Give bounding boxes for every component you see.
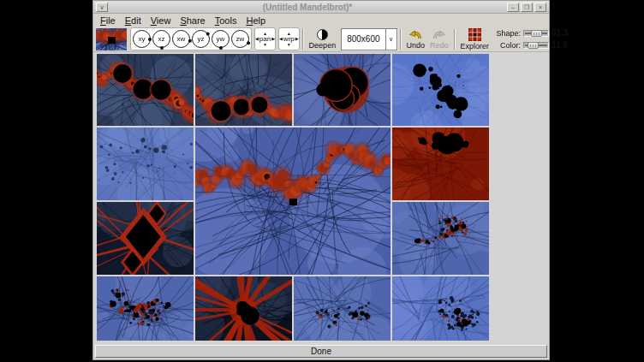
warp-down-icon: ▼ [287, 43, 291, 47]
explorer-grid-icon [468, 28, 481, 41]
deepen-icon [317, 29, 328, 40]
explorer-grid [93, 52, 549, 341]
window-title: (Untitled Mandelbrot)* [109, 3, 506, 12]
fractal-variant-thumbnail[interactable] [294, 276, 391, 341]
pan-button[interactable]: ▲ ◀pan▶ ▼ [254, 27, 276, 50]
titlebar[interactable]: ∨ (Untitled Mandelbrot)* – ❐ × [93, 1, 549, 14]
undo-button[interactable]: Undo [404, 27, 428, 51]
rotate-xz-knob[interactable]: xz [152, 30, 170, 48]
done-bar: Done [93, 341, 549, 359]
toolbar-separator [302, 29, 304, 50]
menu-help[interactable]: Help [243, 15, 272, 26]
shape-slider[interactable] [523, 30, 549, 37]
size-select[interactable]: 800x600 ∨ [341, 28, 397, 50]
rotate-yw-knob[interactable]: yw [212, 30, 230, 48]
menu-file[interactable]: File [98, 15, 122, 26]
fractal-image [392, 202, 489, 275]
fractal-image [97, 54, 194, 126]
toolbar-separator [454, 29, 456, 50]
rotation-knob-group: xy xz xw yz yw zw [130, 27, 252, 50]
fractal-current-view[interactable] [195, 128, 391, 275]
pan-right-icon: ▶ [271, 37, 275, 41]
color-value: 11.8 [552, 40, 570, 50]
redo-button[interactable]: Redo [427, 27, 451, 51]
minimize-icon: – [511, 4, 515, 10]
fractal-variant-thumbnail[interactable] [392, 54, 489, 126]
close-icon: × [539, 4, 542, 10]
color-slider-handle[interactable] [528, 42, 539, 49]
warp-left-icon: ◀ [279, 37, 283, 41]
rotate-yz-knob[interactable]: yz [192, 30, 210, 48]
redo-arrow-icon [432, 29, 446, 40]
explorer-toggle-button[interactable]: Explorer [458, 27, 492, 51]
fractal-image [97, 276, 194, 341]
fractal-variant-thumbnail[interactable] [392, 276, 489, 341]
current-fractal-preview [96, 28, 127, 50]
menu-bar: File Edit View Share Tools Help [93, 14, 549, 27]
rotate-xy-knob[interactable]: xy [133, 30, 151, 48]
menu-view[interactable]: View [148, 15, 178, 26]
window-menu-button[interactable]: ∨ [96, 3, 108, 12]
app-window: ∨ (Untitled Mandelbrot)* – ❐ × File Edit… [92, 0, 550, 360]
shape-label: Shape: [493, 29, 521, 38]
fractal-variant-thumbnail[interactable] [97, 202, 194, 275]
rotate-zw-knob[interactable]: zw [231, 30, 249, 48]
fractal-image [392, 54, 489, 126]
fractal-image [195, 54, 292, 126]
pan-down-icon: ▼ [263, 43, 267, 47]
toolbar-separator [400, 29, 402, 50]
undo-arrow-icon [408, 29, 422, 40]
rotate-xw-knob[interactable]: xw [172, 30, 190, 48]
shape-value: 61.3 [552, 28, 570, 38]
slider-panel: Shape: 61.3 Color: 11.8 [493, 28, 570, 50]
fractal-image [392, 276, 489, 341]
fractal-variant-thumbnail[interactable] [97, 54, 194, 126]
fractal-variant-thumbnail[interactable] [97, 128, 194, 200]
minimize-button[interactable]: – [507, 3, 519, 12]
fractal-image [195, 128, 391, 275]
fractal-image [294, 276, 391, 341]
shape-slider-handle[interactable] [531, 30, 542, 37]
menu-tools[interactable]: Tools [212, 15, 244, 26]
window-menu-icon: ∨ [99, 4, 104, 10]
color-slider[interactable] [523, 42, 549, 49]
toolbar: xy xz xw yz yw zw ▲ ◀pan▶ ▼ ▲ ◀wrp▶ ▼ De… [93, 27, 549, 52]
fractal-image [195, 276, 292, 341]
fractal-image [97, 202, 194, 275]
color-label: Color: [493, 41, 521, 50]
pan-left-icon: ◀ [255, 37, 259, 41]
warp-right-icon: ▶ [295, 37, 299, 41]
menu-edit[interactable]: Edit [122, 15, 148, 26]
fractal-variant-thumbnail[interactable] [195, 54, 292, 126]
fractal-variant-thumbnail[interactable] [97, 276, 194, 341]
deepen-button[interactable]: Deepen [307, 27, 339, 51]
fractal-image [392, 128, 489, 200]
maximize-button[interactable]: ❐ [521, 3, 533, 12]
fractal-variant-thumbnail[interactable] [392, 202, 489, 275]
chevron-down-icon[interactable]: ∨ [385, 29, 397, 50]
fractal-variant-thumbnail[interactable] [392, 128, 489, 200]
done-button[interactable]: Done [95, 345, 547, 358]
fractal-image [97, 128, 194, 200]
warp-button[interactable]: ▲ ◀wrp▶ ▼ [278, 27, 300, 50]
menu-share[interactable]: Share [177, 15, 212, 26]
fractal-variant-thumbnail[interactable] [195, 276, 292, 341]
fractal-variant-thumbnail[interactable] [294, 54, 391, 126]
fractal-image [294, 54, 391, 126]
maximize-icon: ❐ [524, 4, 529, 10]
close-button[interactable]: × [534, 3, 546, 12]
